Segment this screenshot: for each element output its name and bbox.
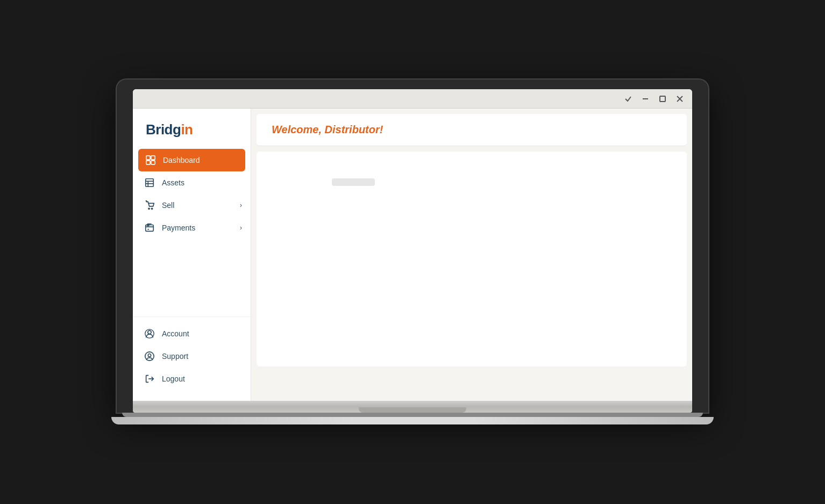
sidebar-item-assets[interactable]: Assets bbox=[133, 171, 251, 194]
svg-rect-1 bbox=[660, 96, 665, 102]
welcome-message: Welcome, Distributor! bbox=[272, 124, 383, 135]
svg-rect-6 bbox=[146, 161, 150, 164]
maximize-button[interactable] bbox=[657, 94, 668, 104]
laptop-hinge bbox=[122, 413, 703, 417]
nav-main: Dashboard bbox=[133, 149, 251, 311]
payments-label: Payments bbox=[162, 224, 195, 232]
check-button[interactable] bbox=[622, 94, 634, 104]
minimize-button[interactable] bbox=[639, 94, 651, 104]
laptop-screen: Bridgin bbox=[133, 89, 692, 401]
logout-label: Logout bbox=[162, 375, 185, 383]
dashboard-icon bbox=[145, 154, 157, 166]
svg-point-12 bbox=[148, 208, 150, 209]
payments-chevron: › bbox=[240, 224, 242, 232]
sidebar-item-account[interactable]: Account bbox=[133, 322, 251, 345]
dashboard-label: Dashboard bbox=[163, 156, 200, 164]
laptop-stand bbox=[111, 417, 714, 424]
sell-chevron: › bbox=[240, 201, 242, 209]
svg-point-21 bbox=[148, 354, 151, 356]
welcome-bar: Welcome, Distributor! bbox=[257, 114, 687, 146]
svg-rect-14 bbox=[146, 225, 154, 232]
logout-icon bbox=[144, 373, 155, 385]
logo-area: Bridgin bbox=[133, 109, 251, 149]
laptop-frame: Bridgin bbox=[117, 80, 708, 424]
close-button[interactable] bbox=[674, 94, 686, 104]
sidebar: Bridgin bbox=[133, 109, 251, 401]
laptop-base bbox=[133, 401, 692, 413]
svg-rect-7 bbox=[151, 161, 155, 164]
sidebar-item-payments[interactable]: Payments › bbox=[133, 217, 251, 239]
payments-icon bbox=[144, 222, 155, 234]
support-label: Support bbox=[162, 352, 188, 361]
sell-label: Sell bbox=[162, 201, 174, 210]
svg-point-18 bbox=[148, 330, 151, 334]
svg-rect-5 bbox=[151, 156, 155, 160]
support-icon bbox=[144, 350, 155, 362]
titlebar bbox=[133, 89, 692, 109]
nav-bottom: Account Support bbox=[133, 316, 251, 390]
sidebar-item-support[interactable]: Support bbox=[133, 345, 251, 368]
sidebar-item-dashboard[interactable]: Dashboard bbox=[138, 149, 245, 171]
svg-rect-4 bbox=[146, 156, 150, 160]
screen-bezel: Bridgin bbox=[117, 80, 708, 413]
sidebar-item-logout[interactable]: Logout bbox=[133, 368, 251, 390]
sidebar-item-sell[interactable]: Sell › bbox=[133, 194, 251, 217]
assets-label: Assets bbox=[162, 178, 184, 187]
account-icon bbox=[144, 328, 155, 340]
svg-point-13 bbox=[151, 208, 152, 209]
assets-icon bbox=[144, 177, 155, 189]
account-label: Account bbox=[162, 329, 189, 338]
app-logo: Bridgin bbox=[146, 121, 240, 138]
sell-icon bbox=[144, 199, 155, 211]
dashboard-area bbox=[257, 152, 687, 366]
app-body: Bridgin bbox=[133, 109, 692, 401]
svg-rect-8 bbox=[146, 179, 154, 187]
loading-indicator bbox=[332, 178, 375, 186]
main-content: Welcome, Distributor! bbox=[251, 109, 692, 401]
